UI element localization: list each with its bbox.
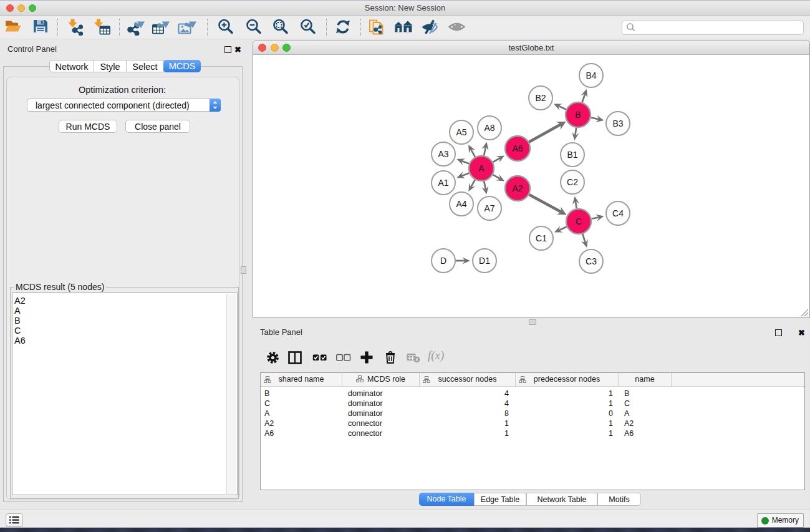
svg-text:A6: A6: [512, 143, 523, 153]
svg-text:A5: A5: [456, 127, 466, 137]
svg-text:B3: B3: [612, 118, 623, 128]
svg-text:B: B: [575, 110, 581, 120]
svg-text:A2: A2: [512, 183, 523, 193]
svg-text:D: D: [440, 256, 446, 266]
svg-text:A8: A8: [484, 123, 494, 133]
svg-text:B4: B4: [586, 70, 596, 80]
svg-text:A7: A7: [484, 203, 494, 213]
svg-text:C3: C3: [586, 256, 597, 266]
svg-text:C4: C4: [612, 208, 624, 218]
svg-text:D1: D1: [479, 256, 490, 266]
svg-text:A1: A1: [438, 178, 448, 188]
svg-text:C2: C2: [567, 177, 578, 187]
svg-text:B1: B1: [567, 150, 577, 160]
svg-text:A: A: [478, 163, 485, 173]
svg-text:A3: A3: [438, 149, 448, 159]
svg-text:C1: C1: [536, 233, 547, 243]
svg-text:C: C: [576, 216, 582, 226]
svg-text:A4: A4: [456, 199, 466, 209]
svg-text:B2: B2: [535, 93, 546, 103]
